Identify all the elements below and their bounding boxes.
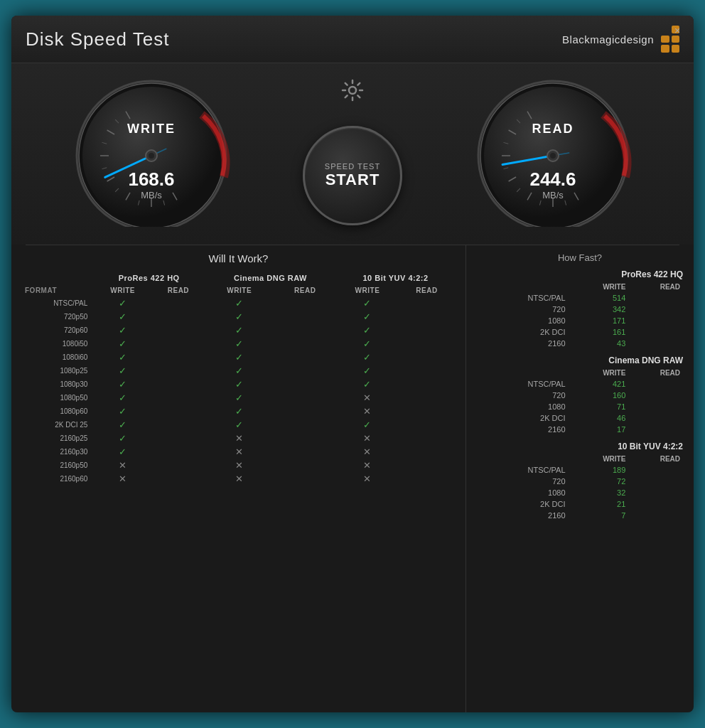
hf-write-value: 46 bbox=[569, 412, 629, 424]
table-cell: 1080i50 bbox=[22, 337, 93, 350]
logo-cell bbox=[661, 36, 669, 43]
table-cell: ✓ bbox=[93, 378, 152, 391]
hf-read-value: - bbox=[628, 315, 683, 326]
check-icon: ✓ bbox=[235, 419, 243, 430]
table-cell: ✓ bbox=[205, 405, 274, 418]
check-icon: ✓ bbox=[119, 446, 127, 457]
table-cell: ✓ bbox=[205, 350, 274, 364]
table-cell bbox=[152, 364, 205, 378]
table-row: 1080i50✓✓✓ bbox=[22, 337, 455, 350]
table-cell bbox=[274, 378, 336, 391]
check-icon: ✓ bbox=[235, 365, 243, 376]
app-window: Disk Speed Test Blackmagicdesign × bbox=[11, 16, 694, 712]
table-row: 1080p60✓✓✕ bbox=[22, 405, 455, 418]
hf-row: NTSC/PAL421- bbox=[477, 378, 683, 390]
hf-row: 2K DCI21- bbox=[477, 498, 683, 510]
table-row: 1080p25✓✓✓ bbox=[22, 364, 455, 378]
hf-col-header bbox=[477, 368, 569, 378]
how-fast-section: Cinema DNG RAWWRITEREADNTSC/PAL421-72016… bbox=[477, 353, 683, 435]
table-cell: ✓ bbox=[93, 310, 152, 323]
hf-col-header: READ bbox=[628, 454, 683, 464]
svg-text:READ: READ bbox=[532, 122, 574, 136]
how-fast-panel: How Fast? ProRes 422 HQWRITEREADNTSC/PAL… bbox=[466, 245, 694, 712]
table-cell: ✕ bbox=[205, 432, 274, 445]
table-cell: ✓ bbox=[336, 337, 399, 350]
hf-format: NTSC/PAL bbox=[477, 292, 569, 304]
hf-write-value: 171 bbox=[569, 315, 629, 326]
table-cell: ✕ bbox=[205, 445, 274, 459]
hf-format: 2160 bbox=[477, 424, 569, 435]
table-cell: ✕ bbox=[336, 405, 399, 418]
table-cell bbox=[399, 296, 455, 310]
hf-col-header: READ bbox=[628, 368, 683, 378]
hf-format: 2K DCI bbox=[477, 498, 569, 510]
hf-format: NTSC/PAL bbox=[477, 378, 569, 390]
cross-icon: ✕ bbox=[363, 473, 371, 484]
hf-write-value: 72 bbox=[569, 476, 629, 487]
hf-write-value: 514 bbox=[569, 292, 629, 304]
svg-text:MB/s: MB/s bbox=[542, 190, 564, 200]
close-button[interactable]: × bbox=[671, 24, 684, 37]
cross-icon: ✕ bbox=[363, 392, 371, 403]
format-col-header bbox=[22, 270, 93, 284]
check-icon: ✓ bbox=[363, 338, 371, 349]
check-icon: ✓ bbox=[363, 365, 371, 376]
table-cell bbox=[274, 459, 336, 472]
cross-icon: ✕ bbox=[363, 460, 371, 471]
hf-read-value: - bbox=[628, 424, 683, 435]
table-cell bbox=[274, 337, 336, 350]
table-row: NTSC/PAL✓✓✓ bbox=[22, 296, 455, 310]
hf-format: 2160 bbox=[477, 338, 569, 349]
cross-icon: ✕ bbox=[119, 473, 127, 484]
table-cell bbox=[152, 472, 205, 486]
dng-read-header: READ bbox=[274, 284, 336, 296]
table-cell: ✓ bbox=[336, 350, 399, 364]
hf-write-value: 161 bbox=[569, 326, 629, 338]
hf-row: 720160- bbox=[477, 390, 683, 401]
hf-read-value: - bbox=[628, 476, 683, 487]
check-icon: ✓ bbox=[363, 325, 371, 336]
table-cell: ✓ bbox=[205, 323, 274, 337]
table-cell: ✓ bbox=[336, 296, 399, 310]
table-cell: ✓ bbox=[93, 405, 152, 418]
hf-write-value: 189 bbox=[569, 464, 629, 476]
logo-cell bbox=[661, 45, 669, 53]
table-cell bbox=[274, 350, 336, 364]
svg-point-0 bbox=[349, 87, 356, 94]
check-icon: ✓ bbox=[119, 365, 127, 376]
cross-icon: ✕ bbox=[363, 433, 371, 444]
table-cell bbox=[399, 310, 455, 323]
table-cell: ✓ bbox=[93, 418, 152, 432]
check-icon: ✓ bbox=[235, 298, 243, 309]
table-row: 720p50✓✓✓ bbox=[22, 310, 455, 323]
svg-point-43 bbox=[550, 153, 556, 159]
hf-write-value: 7 bbox=[569, 510, 629, 521]
write-gauge: WRITE 168.6 MB/s bbox=[65, 77, 239, 227]
table-cell: ✓ bbox=[336, 378, 399, 391]
table-cell bbox=[152, 323, 205, 337]
table-cell: 2160p30 bbox=[22, 445, 93, 459]
table-cell: ✕ bbox=[336, 472, 399, 486]
hf-row: 1080171- bbox=[477, 315, 683, 326]
how-fast-content: ProRes 422 HQWRITEREADNTSC/PAL514-720342… bbox=[477, 267, 683, 521]
table-row: 2160p60✕✕✕ bbox=[22, 472, 455, 486]
table-cell bbox=[274, 310, 336, 323]
hf-read-value: - bbox=[628, 510, 683, 521]
hf-table: WRITEREADNTSC/PAL189-72072-108032-2K DCI… bbox=[477, 454, 683, 521]
cross-icon: ✕ bbox=[235, 473, 243, 484]
hf-row: NTSC/PAL189- bbox=[477, 464, 683, 476]
table-cell bbox=[152, 391, 205, 405]
hf-read-value: - bbox=[628, 498, 683, 510]
table-cell: ✓ bbox=[205, 364, 274, 378]
table-cell: ✓ bbox=[205, 296, 274, 310]
hf-format: 2K DCI bbox=[477, 326, 569, 338]
hf-row: 2K DCI161- bbox=[477, 326, 683, 338]
settings-icon[interactable] bbox=[340, 77, 365, 103]
table-cell: 720p50 bbox=[22, 310, 93, 323]
table-cell: 2160p25 bbox=[22, 432, 93, 445]
start-button[interactable]: SPEED TEST START bbox=[303, 126, 402, 225]
table-cell bbox=[274, 391, 336, 405]
table-cell: ✕ bbox=[205, 459, 274, 472]
table-cell bbox=[399, 418, 455, 432]
check-icon: ✓ bbox=[363, 379, 371, 390]
